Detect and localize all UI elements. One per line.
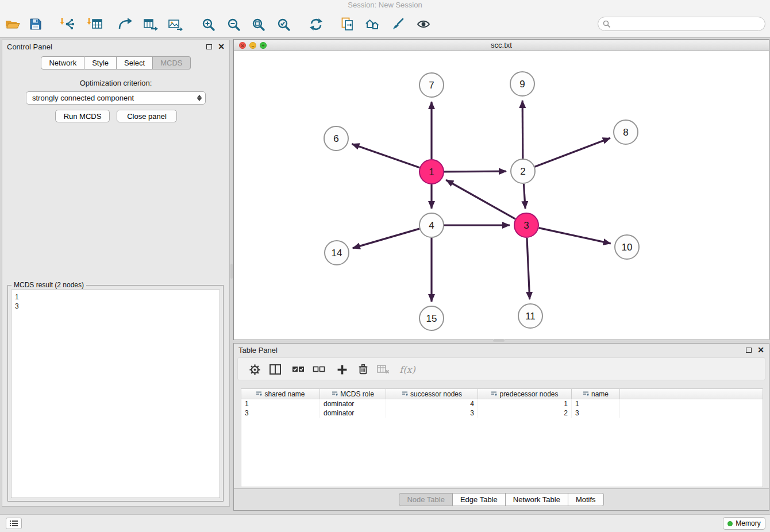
graph-node-14[interactable]: 14 <box>325 241 349 265</box>
graph-edge-3-10[interactable] <box>538 228 610 244</box>
copy-view-button[interactable] <box>336 14 359 34</box>
table-cell[interactable]: 3 <box>241 408 320 418</box>
graph-node-9[interactable]: 9 <box>510 72 534 96</box>
paint-style-button[interactable] <box>386 14 409 34</box>
table-cell[interactable]: 1 <box>478 399 572 408</box>
table-cell[interactable]: 3 <box>572 408 620 418</box>
graph-node-label: 11 <box>525 311 536 322</box>
zoom-selected-button[interactable] <box>272 14 295 34</box>
optimization-criterion-select[interactable]: strongly connected component <box>26 91 206 105</box>
column-header-successor-nodes[interactable]: successor nodes <box>386 389 478 399</box>
divider-grip-horizontal[interactable] <box>493 339 505 342</box>
window-titlebar: Session: New Session <box>0 0 770 10</box>
search-icon <box>603 20 611 28</box>
table-row[interactable]: 1dominator411 <box>241 399 763 408</box>
graph-edge-4-14[interactable] <box>353 229 419 248</box>
graph-edge-3-11[interactable] <box>527 238 530 299</box>
search-box[interactable] <box>598 17 765 31</box>
graph-node-3[interactable]: 3 <box>514 213 538 237</box>
optimization-criterion-label: Optimization criterion: <box>2 79 229 87</box>
table-cell[interactable]: 4 <box>386 399 478 408</box>
column-header-predecessor-nodes[interactable]: predecessor nodes <box>478 389 572 399</box>
select-all-rows-button[interactable] <box>291 363 306 376</box>
graph-edge-3-1[interactable] <box>446 180 515 219</box>
network-window-titlebar[interactable]: scc.txt ✕ – + <box>234 40 769 51</box>
table-tab-motifs[interactable]: Motifs <box>568 493 604 506</box>
table-cell[interactable]: dominator <box>320 408 386 418</box>
close-window-button[interactable]: ✕ <box>239 42 246 49</box>
column-header-MCDS-role[interactable]: MCDS role <box>320 389 386 399</box>
graph-node-6[interactable]: 6 <box>324 126 348 151</box>
float-table-panel-icon[interactable] <box>746 348 752 353</box>
open-session-button[interactable] <box>1 14 24 34</box>
graph-node-4[interactable]: 4 <box>419 213 444 237</box>
graph-node-2[interactable]: 2 <box>511 159 535 183</box>
export-network-button[interactable] <box>114 14 137 34</box>
table-tabs: Node TableEdge TableNetwork TableMotifs <box>399 493 603 506</box>
table-cell[interactable]: 2 <box>478 408 572 418</box>
graph-edge-1-2[interactable] <box>444 171 506 172</box>
table-cell[interactable]: dominator <box>320 399 386 408</box>
search-input[interactable] <box>614 20 760 28</box>
table-tab-network-table[interactable]: Network Table <box>506 493 568 506</box>
function-builder-button[interactable]: f(x) <box>398 363 417 376</box>
close-control-panel-icon[interactable]: ✕ <box>218 44 225 49</box>
import-network-button[interactable] <box>56 14 79 34</box>
export-table-button[interactable] <box>139 14 162 34</box>
control-tab-style[interactable]: Style <box>84 56 117 70</box>
delete-column-button[interactable] <box>356 363 371 376</box>
show-graphics-details-button[interactable] <box>361 14 384 34</box>
graph-node-7[interactable]: 7 <box>419 73 444 97</box>
run-mcds-button[interactable]: Run MCDS <box>55 110 110 122</box>
window-list-button[interactable] <box>6 518 22 529</box>
divider-grip-vertical[interactable] <box>230 264 233 279</box>
table-panel-title: Table Panel <box>238 346 278 354</box>
column-sort-icon <box>332 391 338 397</box>
graph-node-8[interactable]: 8 <box>614 120 638 144</box>
close-table-panel-icon[interactable]: ✕ <box>757 347 764 353</box>
table-cell[interactable]: 1 <box>572 399 620 408</box>
graph-edge-2-9[interactable] <box>522 101 523 159</box>
minimize-window-button[interactable]: – <box>249 42 256 49</box>
zoom-out-button[interactable] <box>222 14 245 34</box>
table-cell[interactable]: 1 <box>241 399 320 408</box>
graph-edge-2-3[interactable] <box>523 184 525 209</box>
network-graph[interactable]: 7968124314101511 <box>234 51 769 340</box>
table-row[interactable]: 3dominator323 <box>241 408 763 418</box>
save-session-button[interactable] <box>24 14 47 34</box>
graph-node-15[interactable]: 15 <box>419 306 444 330</box>
network-canvas[interactable]: 7968124314101511 <box>234 51 769 340</box>
control-tab-network[interactable]: Network <box>41 56 84 70</box>
memory-button[interactable]: Memory <box>723 517 765 530</box>
column-header-shared-name[interactable]: shared name <box>241 389 320 399</box>
export-image-button[interactable] <box>164 14 187 34</box>
zoom-fit-button[interactable] <box>247 14 270 34</box>
import-table-button[interactable] <box>83 14 106 34</box>
graph-node-label: 7 <box>429 80 434 91</box>
graph-node-10[interactable]: 10 <box>615 235 639 259</box>
add-column-button[interactable] <box>334 363 349 376</box>
table-cell[interactable]: 3 <box>386 408 478 418</box>
graph-edge-1-6[interactable] <box>352 144 419 168</box>
deselect-all-rows-button[interactable] <box>311 363 326 376</box>
toggle-visibility-button[interactable] <box>412 14 435 34</box>
table-tab-node-table[interactable]: Node Table <box>399 493 453 506</box>
graph-node-11[interactable]: 11 <box>518 304 542 328</box>
refresh-view-button[interactable] <box>305 14 328 34</box>
graph-edge-2-8[interactable] <box>535 138 610 167</box>
control-tab-mcds[interactable]: MCDS <box>153 56 190 70</box>
float-control-panel-icon[interactable] <box>206 44 212 49</box>
table-settings-button[interactable] <box>247 363 262 376</box>
show-columns-button[interactable] <box>268 363 283 376</box>
mcds-result-list[interactable]: 1 3 <box>11 290 220 498</box>
control-tab-select[interactable]: Select <box>117 56 153 70</box>
column-header-name[interactable]: name <box>572 389 620 399</box>
close-panel-button[interactable]: Close panel <box>117 110 177 122</box>
select-stepper-icon <box>197 95 203 101</box>
table-tab-edge-table[interactable]: Edge Table <box>453 493 506 506</box>
houses-icon <box>365 18 379 30</box>
graph-node-1[interactable]: 1 <box>419 160 444 184</box>
zoom-in-button[interactable] <box>197 14 220 34</box>
zoom-window-button[interactable]: + <box>260 42 267 49</box>
delete-table-button[interactable] <box>376 363 391 376</box>
